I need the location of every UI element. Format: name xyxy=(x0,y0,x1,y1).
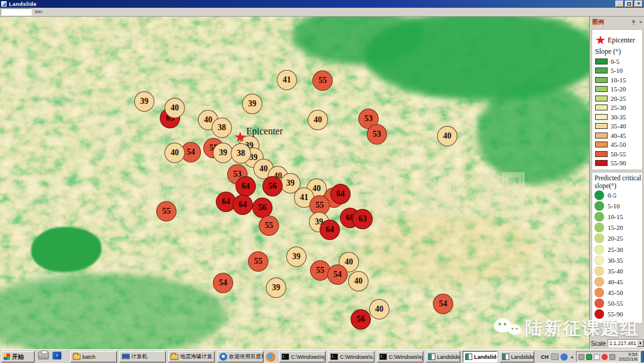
slope-marker[interactable]: 39 xyxy=(286,247,306,267)
start-button[interactable]: 开始 xyxy=(1,351,35,362)
taskbar-task-Landslide[interactable]: Landslide xyxy=(463,351,497,362)
slope-marker[interactable]: 55 xyxy=(259,216,279,236)
taskbar-task-batch[interactable]: batch xyxy=(70,351,117,362)
legend-item-label: 5-10 xyxy=(611,67,623,74)
taskbar-task-欢迎使用百度网盘[interactable]: 欢迎使用百度网盘 xyxy=(217,351,264,362)
taskbar-task-计算机[interactable]: 计算机 xyxy=(119,351,166,362)
slope-marker[interactable]: 64 xyxy=(320,220,340,240)
legend-item-label: 45-50 xyxy=(611,141,626,148)
tray-icon-red[interactable] xyxy=(602,354,608,360)
slope-legend-items: 0-55-1010-1515-2020-2525-3030-3535-4040-… xyxy=(595,57,642,168)
clock[interactable]: 9:54 2022/1/8 xyxy=(619,352,637,362)
tray-icon-gray[interactable] xyxy=(609,354,615,360)
slope-marker[interactable]: 55 xyxy=(156,201,177,222)
slope-legend-item: 45-50 xyxy=(595,140,642,150)
slope-marker[interactable]: 54 xyxy=(327,264,348,285)
slope-marker[interactable]: 40 xyxy=(437,126,457,146)
app-window: Landslide _ × ster xyxy=(0,0,644,363)
show-desktop-button[interactable] xyxy=(641,351,644,362)
slope-marker[interactable]: 39 xyxy=(242,94,262,114)
tray-icon-green[interactable] xyxy=(586,354,592,360)
slope-marker[interactable]: 54 xyxy=(433,294,453,314)
tray-expand-icon[interactable]: ▲ xyxy=(570,355,574,359)
taskbar-task-C:\Windows\s...[interactable]: C:C:\Windows\s... xyxy=(328,351,374,362)
start-label: 开始 xyxy=(12,353,24,361)
legend-item-label: 30-35 xyxy=(608,257,623,264)
minimize-button[interactable]: _ xyxy=(615,1,624,7)
color-circle xyxy=(595,223,604,232)
slope-marker[interactable]: 64 xyxy=(236,176,256,196)
slope-marker[interactable]: 41 xyxy=(277,70,297,90)
slope-marker[interactable]: 56 xyxy=(262,176,283,196)
tray-icon-flag[interactable] xyxy=(594,354,600,360)
taskbar-task-Landslide[interactable]: Landslide xyxy=(426,351,460,362)
task-label: batch xyxy=(82,354,95,360)
color-circle xyxy=(595,266,604,276)
pin-icon[interactable] xyxy=(631,20,636,25)
legend-panel: 图例 × ★ Epicenter Slope (°) 0-55-1010-151… xyxy=(589,17,644,349)
tray-icon-gray[interactable] xyxy=(578,354,584,360)
window-title: Landslide xyxy=(9,1,37,7)
map-canvas[interactable]: 陆新征课题组 633940394155403840535340545540393… xyxy=(0,17,589,349)
maximize-button[interactable] xyxy=(625,1,633,7)
slope-marker[interactable]: 40 xyxy=(348,271,369,291)
slope-marker[interactable]: 54 xyxy=(213,273,233,293)
language-indicator[interactable]: CH xyxy=(541,354,549,360)
slope-marker[interactable]: 56 xyxy=(252,198,273,218)
slope-legend-title: Slope (°) xyxy=(595,47,642,57)
slope-marker[interactable]: 39 xyxy=(266,278,286,298)
color-circle xyxy=(595,233,604,243)
slope-marker[interactable]: 55 xyxy=(248,251,268,272)
printer-icon[interactable] xyxy=(38,352,49,359)
slope-marker[interactable]: 40 xyxy=(165,143,185,163)
epicenter-star-icon[interactable]: ★ xyxy=(234,131,246,144)
slope-marker[interactable]: 56 xyxy=(351,309,371,330)
folder-icon xyxy=(171,354,178,360)
ime-icon[interactable] xyxy=(561,353,568,361)
slope-marker[interactable]: 38 xyxy=(212,118,232,138)
slope-marker[interactable]: 39 xyxy=(134,91,154,112)
slope-marker[interactable]: 40 xyxy=(369,299,389,319)
legend-header: 图例 × xyxy=(590,17,644,27)
cmd-icon: C: xyxy=(379,353,387,360)
taskbar: 开始 › batch计算机地震海啸计算...欢迎使用百度网盘C:C:\Windo… xyxy=(0,349,644,363)
slope-marker[interactable]: 40 xyxy=(308,110,328,130)
slope-marker[interactable]: 55 xyxy=(312,70,333,91)
clock-date: 2022/1/8 xyxy=(619,356,637,362)
critical-legend-item: 5-10 xyxy=(595,201,642,211)
critical-legend-item: 20-25 xyxy=(595,233,642,244)
color-swatch xyxy=(595,123,608,129)
keyboard-icon[interactable] xyxy=(551,353,559,360)
wechat-icon xyxy=(494,317,521,341)
close-button[interactable]: × xyxy=(634,1,643,7)
slope-marker[interactable]: 53 xyxy=(367,124,387,144)
color-circle xyxy=(595,277,604,287)
taskbar-task-地震海啸计算...[interactable]: 地震海啸计算... xyxy=(168,351,215,362)
slope-marker[interactable]: 64 xyxy=(233,195,253,215)
slope-marker[interactable]: 63 xyxy=(352,209,373,229)
critical-legend-item: 50-55 xyxy=(595,298,642,309)
color-swatch xyxy=(595,151,608,157)
folder-icon xyxy=(73,354,80,360)
legend-close-icon[interactable]: × xyxy=(639,20,642,25)
slope-marker[interactable]: 38 xyxy=(231,143,251,164)
taskbar-task-Landslide[interactable]: Landslide xyxy=(500,351,534,362)
taskbar-task-C:\Windows\sy...[interactable]: C:C:\Windows\sy... xyxy=(279,351,326,362)
slope-marker[interactable]: 64 xyxy=(330,184,351,204)
cmd-icon: C: xyxy=(281,353,289,360)
color-swatch xyxy=(595,67,608,73)
cmd-icon: C: xyxy=(330,353,338,360)
slope-marker[interactable]: 39 xyxy=(213,143,233,163)
color-circle xyxy=(595,212,604,222)
slope-marker[interactable]: 40 xyxy=(165,98,185,118)
taskbar-task-C:\Windows\sy...[interactable]: C:C:\Windows\sy... xyxy=(377,351,423,362)
legend-item-label: 55-90 xyxy=(611,159,626,167)
app-icon xyxy=(428,353,435,360)
firefox-icon[interactable] xyxy=(266,352,275,362)
critical-legend-item: 40-45 xyxy=(595,276,642,287)
toolbar-input[interactable] xyxy=(1,8,32,16)
netdisk-icon xyxy=(219,353,227,361)
legend-item-label: 15-20 xyxy=(611,85,626,93)
color-swatch xyxy=(595,114,608,120)
ps-icon[interactable]: › xyxy=(52,352,61,359)
